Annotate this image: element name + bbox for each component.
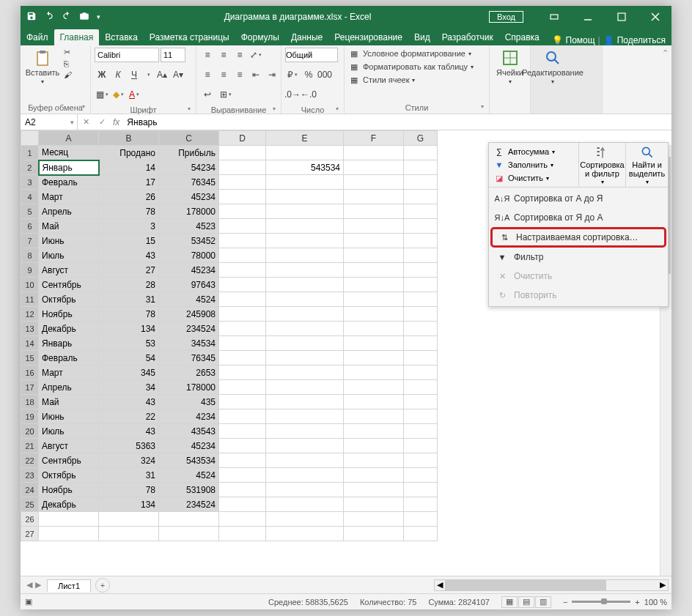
cell[interactable] [404, 175, 438, 190]
share-icon[interactable]: 👤 [603, 35, 614, 45]
cell[interactable]: 543534 [266, 160, 344, 175]
align-top-icon[interactable]: ≡ [200, 48, 215, 62]
cell[interactable]: 435 [159, 395, 219, 409]
cell[interactable] [344, 380, 404, 395]
row-header[interactable]: 6 [21, 219, 39, 234]
enter-formula-icon[interactable]: ✓ [94, 117, 110, 127]
cell[interactable] [344, 234, 404, 248]
cell[interactable]: Октябрь [39, 292, 99, 307]
cell[interactable] [344, 395, 404, 409]
cell[interactable]: 324 [99, 453, 159, 468]
row-header[interactable]: 27 [21, 527, 39, 541]
row-header[interactable]: 14 [21, 336, 39, 351]
cell[interactable]: 76345 [159, 351, 219, 365]
row-header[interactable]: 5 [21, 204, 39, 219]
cell[interactable] [219, 278, 266, 292]
cell[interactable]: 78000 [159, 248, 219, 263]
paste-button[interactable]: Вставить ▾ [24, 48, 61, 86]
row-header[interactable]: 21 [21, 439, 39, 453]
clear-button[interactable]: ◪Очистить ▾ [493, 172, 574, 184]
cell[interactable]: 15 [99, 234, 159, 248]
cell[interactable]: 134 [99, 497, 159, 512]
cell[interactable]: 43543 [159, 424, 219, 439]
cell[interactable]: 31 [99, 468, 159, 483]
cell[interactable]: 28 [99, 278, 159, 292]
cell[interactable] [344, 190, 404, 204]
cell[interactable] [219, 248, 266, 263]
cell[interactable]: Декабрь [39, 497, 99, 512]
tab-insert[interactable]: Вставка [99, 29, 144, 45]
cell[interactable]: 134 [99, 322, 159, 336]
cell[interactable] [219, 395, 266, 409]
font-name-select[interactable] [95, 48, 159, 62]
cancel-formula-icon[interactable]: ✕ [78, 117, 94, 127]
cell[interactable] [266, 307, 344, 322]
cell[interactable] [344, 146, 404, 160]
cell[interactable]: 45234 [159, 190, 219, 204]
cell[interactable] [219, 292, 266, 307]
cell[interactable] [404, 248, 438, 263]
cell[interactable] [344, 453, 404, 468]
menu-sort-za[interactable]: Я↓AСортировка от Я до А [489, 208, 668, 227]
cell[interactable] [344, 468, 404, 483]
cell[interactable] [404, 483, 438, 497]
cell[interactable] [266, 483, 344, 497]
number-format-select[interactable] [285, 48, 338, 62]
cell[interactable] [404, 219, 438, 234]
cell[interactable]: 245908 [159, 307, 219, 322]
cell[interactable] [266, 424, 344, 439]
percent-icon[interactable]: % [301, 67, 316, 82]
cell[interactable] [266, 512, 344, 527]
cell[interactable]: Июль [39, 424, 99, 439]
minimize-icon[interactable] [572, 6, 604, 28]
cell[interactable] [344, 424, 404, 439]
cell[interactable] [266, 278, 344, 292]
cell[interactable] [39, 512, 99, 527]
bold-button[interactable]: Ж [95, 67, 109, 82]
merge-icon[interactable]: ⊞ [216, 87, 235, 102]
underline-dd[interactable] [143, 67, 153, 82]
tab-data[interactable]: Данные [285, 29, 328, 45]
sheet-tab[interactable]: Лист1 [47, 579, 91, 592]
record-macro-icon[interactable]: ▣ [25, 597, 32, 606]
qat-dropdown-icon[interactable]: ▾ [97, 13, 100, 21]
cell[interactable] [344, 512, 404, 527]
align-left-icon[interactable]: ≡ [200, 67, 215, 82]
cell[interactable]: 54 [99, 351, 159, 365]
cell[interactable]: Февраль [39, 175, 99, 190]
cell[interactable] [266, 395, 344, 409]
cell[interactable]: Продано [99, 146, 159, 160]
cell[interactable] [404, 160, 438, 175]
cell[interactable] [344, 248, 404, 263]
cell[interactable]: 4523 [159, 219, 219, 234]
horizontal-scrollbar[interactable]: ◀▶ [434, 579, 669, 591]
copy-icon[interactable]: ⎘ [64, 59, 72, 68]
cell[interactable] [159, 527, 219, 541]
cell[interactable] [219, 512, 266, 527]
col-header[interactable]: D [219, 131, 266, 146]
cell[interactable] [344, 263, 404, 278]
menu-filter[interactable]: ▼Фильтр [489, 248, 668, 267]
cell[interactable] [266, 468, 344, 483]
cell[interactable] [266, 336, 344, 351]
menu-sort-az[interactable]: A↓ЯСортировка от А до Я [489, 189, 668, 208]
tab-layout[interactable]: Разметка страницы [144, 29, 235, 45]
cell[interactable] [266, 248, 344, 263]
cell[interactable]: 14 [99, 160, 159, 175]
cell[interactable]: Месяц [39, 146, 99, 160]
font-color-button[interactable]: A [127, 87, 141, 102]
undo-icon[interactable] [44, 11, 54, 23]
cell[interactable] [159, 512, 219, 527]
cell[interactable] [99, 512, 159, 527]
cell[interactable]: 4234 [159, 409, 219, 424]
cell[interactable] [219, 146, 266, 160]
maximize-icon[interactable] [606, 6, 638, 28]
cell[interactable] [266, 439, 344, 453]
row-header[interactable]: 18 [21, 395, 39, 409]
cell[interactable]: Май [39, 395, 99, 409]
cell[interactable]: 54234 [159, 160, 219, 175]
save-icon[interactable] [26, 11, 37, 23]
format-as-table-button[interactable]: ▦Форматировать как таблицу▾ [348, 61, 474, 73]
cell[interactable] [404, 322, 438, 336]
cell[interactable] [404, 395, 438, 409]
